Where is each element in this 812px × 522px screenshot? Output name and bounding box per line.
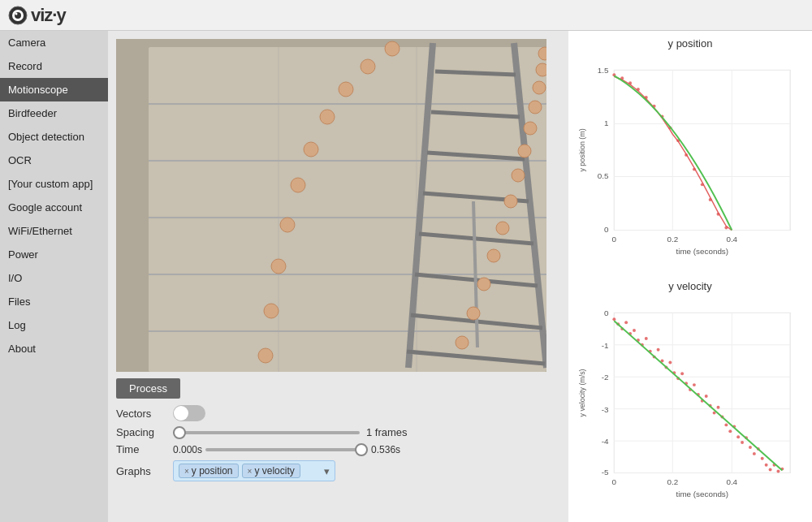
svg-point-33 xyxy=(487,249,500,262)
svg-text:0.2: 0.2 xyxy=(667,235,678,244)
svg-point-3 xyxy=(15,12,18,15)
svg-point-27 xyxy=(529,101,542,114)
svg-point-36 xyxy=(456,336,469,349)
logo-text: viz·y xyxy=(31,5,66,26)
sidebar-item-about[interactable]: About xyxy=(0,337,108,360)
svg-point-111 xyxy=(693,383,696,386)
svg-point-37 xyxy=(385,41,400,56)
svg-point-58 xyxy=(628,81,632,84)
spacing-label: Spacing xyxy=(116,426,173,438)
svg-text:y velocity (m/s): y velocity (m/s) xyxy=(578,369,586,416)
svg-point-34 xyxy=(477,278,490,291)
svg-point-122 xyxy=(736,435,740,438)
time-label: Time xyxy=(116,443,173,455)
graphs-content: × y position × y velocity ▾ xyxy=(173,460,546,481)
graph-tag-velocity[interactable]: × y velocity xyxy=(242,464,300,478)
svg-point-117 xyxy=(717,405,720,408)
svg-point-43 xyxy=(280,218,295,232)
svg-point-125 xyxy=(749,446,752,449)
spacing-slider[interactable] xyxy=(173,431,360,434)
sidebar-item-wifi[interactable]: WiFi/Ethernet xyxy=(0,219,108,243)
controls-panel: Process Vectors Spacing 1 frames xyxy=(116,378,546,486)
svg-point-114 xyxy=(705,394,708,397)
position-chart-title: y position xyxy=(578,37,802,50)
svg-text:-4: -4 xyxy=(602,437,609,446)
svg-point-126 xyxy=(753,451,756,455)
svg-point-105 xyxy=(668,360,672,364)
svg-text:-3: -3 xyxy=(602,404,609,413)
sidebar-item-motionscope[interactable]: Motionscope xyxy=(0,78,108,101)
sidebar-item-camera[interactable]: Camera xyxy=(0,31,108,54)
svg-point-128 xyxy=(761,456,764,459)
video-frame xyxy=(116,39,546,372)
svg-text:0: 0 xyxy=(612,235,617,244)
svg-point-129 xyxy=(765,463,768,466)
svg-point-25 xyxy=(536,63,546,76)
sidebar-item-google-account[interactable]: Google account xyxy=(0,196,108,219)
app-header: viz·y xyxy=(0,0,812,31)
svg-point-70 xyxy=(724,226,728,230)
time-slider[interactable] xyxy=(205,448,368,451)
vectors-toggle[interactable] xyxy=(173,405,205,421)
sidebar-item-files[interactable]: Files xyxy=(0,290,108,313)
svg-point-46 xyxy=(258,348,273,363)
dropdown-arrow-icon: ▾ xyxy=(324,465,330,477)
svg-text:time (seconds): time (seconds) xyxy=(676,490,729,498)
video-section: Process Vectors Spacing 1 frames xyxy=(116,39,560,514)
svg-point-28 xyxy=(524,122,537,135)
svg-point-68 xyxy=(709,198,712,201)
svg-rect-80 xyxy=(614,313,790,472)
svg-text:0: 0 xyxy=(604,308,609,317)
velocity-chart-title: y velocity xyxy=(578,280,802,292)
svg-point-67 xyxy=(701,183,704,186)
tag-close-velocity[interactable]: × xyxy=(248,467,253,476)
svg-point-123 xyxy=(741,441,744,444)
sidebar-item-custom-app[interactable]: [Your custom app] xyxy=(0,172,108,196)
spacing-content: 1 frames xyxy=(173,426,546,438)
sidebar-item-io[interactable]: I/O xyxy=(0,266,108,290)
svg-point-26 xyxy=(533,81,546,94)
svg-point-41 xyxy=(304,142,318,157)
svg-point-66 xyxy=(693,168,696,171)
vectors-label: Vectors xyxy=(116,408,173,420)
graphs-label: Graphs xyxy=(116,465,173,477)
velocity-chart-svg: 0 -1 -2 -3 -4 -5 0 0.2 0.4 time (seconds… xyxy=(578,294,802,516)
toggle-knob xyxy=(174,406,188,421)
vectors-content xyxy=(173,405,546,421)
sidebar: Camera Record Motionscope Birdfeeder Obj… xyxy=(0,31,108,522)
svg-point-38 xyxy=(361,59,375,74)
svg-point-44 xyxy=(271,259,286,274)
svg-text:time (seconds): time (seconds) xyxy=(676,247,729,256)
content-area: Process Vectors Spacing 1 frames xyxy=(108,31,568,522)
svg-text:-2: -2 xyxy=(602,373,609,382)
svg-text:1: 1 xyxy=(604,119,608,127)
time-start-label: 0.000s xyxy=(173,444,202,455)
graph-tag-position[interactable]: × y position xyxy=(179,464,239,478)
svg-point-96 xyxy=(633,329,636,332)
svg-point-94 xyxy=(624,321,628,324)
time-end-label: 0.536s xyxy=(371,444,400,455)
process-button[interactable]: Process xyxy=(116,378,180,399)
sidebar-item-object-detection[interactable]: Object detection xyxy=(0,125,108,149)
svg-point-108 xyxy=(680,372,684,375)
sidebar-item-ocr[interactable]: OCR xyxy=(0,149,108,172)
tag-close-position[interactable]: × xyxy=(184,467,189,476)
sidebar-item-record[interactable]: Record xyxy=(0,54,108,78)
svg-point-30 xyxy=(512,169,525,182)
svg-text:y position (m): y position (m) xyxy=(578,128,586,171)
svg-point-35 xyxy=(467,307,480,320)
svg-text:0.4: 0.4 xyxy=(726,477,737,486)
svg-point-119 xyxy=(724,423,728,426)
svg-point-31 xyxy=(504,195,517,208)
vectors-row: Vectors xyxy=(116,405,546,421)
graphs-dropdown[interactable]: × y position × y velocity ▾ xyxy=(173,460,335,481)
sidebar-item-log[interactable]: Log xyxy=(0,313,108,337)
svg-point-40 xyxy=(320,110,335,124)
svg-point-91 xyxy=(612,317,615,321)
video-display xyxy=(116,39,546,372)
velocity-chart-container: y velocity xyxy=(575,277,806,520)
sidebar-item-birdfeeder[interactable]: Birdfeeder xyxy=(0,101,108,125)
sidebar-item-power[interactable]: Power xyxy=(0,243,108,266)
svg-text:0: 0 xyxy=(604,225,609,234)
svg-point-45 xyxy=(264,304,279,318)
